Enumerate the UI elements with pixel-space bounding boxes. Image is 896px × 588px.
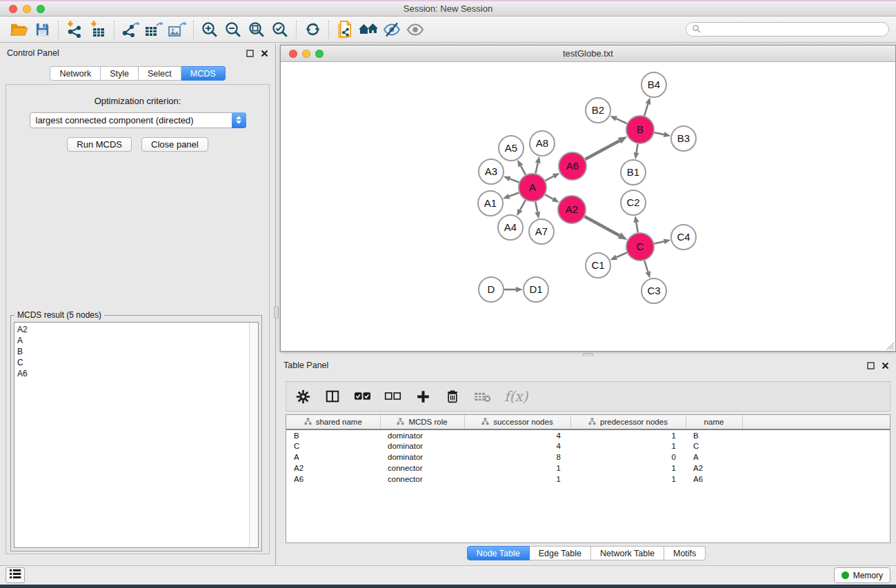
panel-menu-button[interactable]	[6, 567, 25, 583]
cell-shared-name[interactable]: A	[286, 452, 380, 463]
show-graphics-details-icon[interactable]	[404, 19, 427, 40]
node-C3[interactable]: C3	[641, 278, 666, 303]
node-B2[interactable]: B2	[586, 98, 610, 123]
cell-name[interactable]: A	[686, 452, 742, 463]
edge-C-C4[interactable]	[654, 241, 664, 243]
memory-button[interactable]: Memory	[834, 567, 890, 583]
column-header-shared-name[interactable]: shared name	[286, 415, 380, 429]
edge-A-A6[interactable]	[546, 176, 554, 181]
node-A8[interactable]: A8	[530, 131, 555, 156]
cell-mcds-role[interactable]: dominator	[380, 429, 464, 440]
edge-B-B1[interactable]	[637, 144, 638, 153]
network-maximize-button[interactable]	[315, 50, 323, 58]
node-A[interactable]: A	[519, 174, 546, 201]
zoom-in-icon[interactable]	[198, 19, 221, 40]
node-C2[interactable]: C2	[621, 190, 646, 215]
cell-successor-nodes[interactable]: 1	[464, 463, 570, 474]
home-views-icon[interactable]	[357, 19, 380, 40]
tab-mcds[interactable]: MCDS	[181, 66, 226, 81]
tab-node-table[interactable]: Node Table	[467, 546, 530, 560]
edge-C-C1[interactable]	[617, 252, 627, 257]
select-all-rows-icon[interactable]	[354, 387, 371, 406]
cell-shared-name[interactable]: B	[286, 429, 380, 440]
search-input[interactable]	[704, 25, 883, 34]
tab-network-table[interactable]: Network Table	[591, 546, 664, 560]
cell-shared-name[interactable]: C	[286, 440, 380, 452]
column-header-name[interactable]: name	[686, 415, 742, 429]
delete-columns-icon[interactable]	[444, 387, 461, 406]
tab-motifs[interactable]: Motifs	[664, 546, 706, 560]
edge-A-A5[interactable]	[521, 165, 526, 174]
edge-A6-B[interactable]	[585, 141, 619, 159]
float-panel-icon[interactable]	[246, 50, 254, 57]
node-C1[interactable]: C1	[586, 253, 610, 278]
result-item-a[interactable]: A	[14, 335, 258, 346]
table-row-a2[interactable]: A2connector11A2	[286, 463, 890, 474]
result-list-scrollbar[interactable]	[249, 323, 258, 547]
edge-A-A8[interactable]	[535, 163, 537, 173]
tab-network[interactable]: Network	[50, 66, 101, 81]
result-item-b[interactable]: B	[14, 346, 258, 357]
cell-predecessor-nodes[interactable]: 1	[570, 474, 686, 485]
close-panel-icon[interactable]	[261, 50, 268, 57]
vertical-splitter-handle[interactable]	[274, 306, 279, 318]
cell-name[interactable]: A2	[686, 463, 742, 474]
cell-mcds-role[interactable]: dominator	[380, 452, 464, 463]
float-table-panel-icon[interactable]	[867, 362, 875, 369]
edge-A-A3[interactable]	[510, 179, 519, 182]
save-session-icon[interactable]	[30, 19, 54, 40]
result-item-a2[interactable]: A2	[14, 324, 258, 335]
cell-successor-nodes[interactable]: 4	[464, 429, 570, 440]
minimize-window-button[interactable]	[23, 5, 31, 13]
cell-predecessor-nodes[interactable]: 1	[570, 440, 686, 452]
cell-predecessor-nodes[interactable]: 1	[570, 429, 686, 440]
export-network-icon[interactable]	[119, 19, 142, 40]
edge-C-C3[interactable]	[644, 261, 648, 272]
cell-predecessor-nodes[interactable]: 0	[570, 452, 686, 463]
deselect-all-rows-icon[interactable]	[384, 387, 401, 406]
node-A1[interactable]: A1	[478, 191, 503, 216]
node-D[interactable]: D	[479, 277, 504, 302]
cell-successor-nodes[interactable]: 4	[464, 440, 570, 452]
run-mcds-button[interactable]: Run MCDS	[67, 137, 132, 152]
node-C4[interactable]: C4	[671, 225, 696, 250]
zoom-out-icon[interactable]	[221, 19, 245, 40]
node-D1[interactable]: D1	[524, 277, 548, 302]
maximize-window-button[interactable]	[37, 5, 45, 13]
add-column-icon[interactable]	[415, 387, 431, 406]
cell-name[interactable]: B	[686, 429, 742, 440]
cell-name[interactable]: C	[686, 440, 742, 452]
refresh-view-icon[interactable]	[301, 19, 324, 40]
column-header-successor-nodes[interactable]: successor nodes	[464, 415, 570, 429]
resize-grip-icon[interactable]	[886, 342, 895, 350]
node-A2[interactable]: A2	[558, 196, 586, 223]
zoom-fit-icon[interactable]	[245, 19, 268, 40]
import-network-icon[interactable]	[63, 19, 86, 40]
cell-successor-nodes[interactable]: 1	[464, 474, 570, 485]
cell-mcds-role[interactable]: connector	[380, 474, 464, 485]
table-row-a6[interactable]: A6connector11A6	[286, 474, 890, 485]
mcds-result-list[interactable]: A2ABCA6	[14, 322, 259, 548]
search-field[interactable]	[686, 22, 889, 37]
network-from-file-icon[interactable]	[333, 19, 357, 40]
cell-predecessor-nodes[interactable]: 1	[570, 463, 686, 474]
optimization-criterion-select[interactable]: largest connected component (directed)	[30, 112, 246, 128]
node-B[interactable]: B	[626, 116, 654, 143]
tab-style[interactable]: Style	[101, 66, 139, 81]
edge-B-B3[interactable]	[655, 132, 664, 134]
import-table-icon[interactable]	[86, 19, 110, 40]
cell-shared-name[interactable]: A2	[286, 463, 380, 474]
edge-A-A2[interactable]	[545, 194, 553, 199]
node-A7[interactable]: A7	[529, 219, 554, 244]
close-table-panel-icon[interactable]	[882, 362, 889, 369]
hide-graphics-details-icon[interactable]	[380, 19, 404, 40]
edge-B-B4[interactable]	[644, 104, 648, 116]
edge-A2-C[interactable]	[584, 216, 619, 236]
cell-name[interactable]: A6	[686, 474, 742, 485]
cell-mcds-role[interactable]: dominator	[380, 440, 464, 452]
network-minimize-button[interactable]	[302, 50, 310, 58]
close-window-button[interactable]	[9, 5, 17, 13]
node-A6[interactable]: A6	[559, 152, 586, 180]
cell-shared-name[interactable]: A6	[286, 474, 380, 485]
node-A3[interactable]: A3	[479, 159, 504, 184]
